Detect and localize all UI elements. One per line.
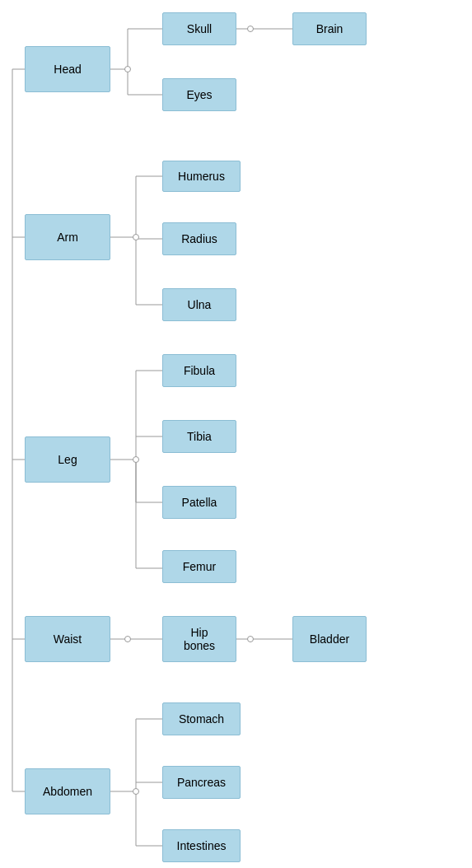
waist-connector-dot [124, 636, 131, 642]
node-abdomen[interactable]: Abdomen [25, 768, 110, 814]
node-stomach[interactable]: Stomach [162, 702, 241, 735]
node-fibula[interactable]: Fibula [162, 354, 236, 387]
node-patella[interactable]: Patella [162, 486, 236, 519]
diagram: Head Skull Brain Eyes Arm Humerus Radius… [0, 0, 472, 868]
node-hipbones[interactable]: Hip bones [162, 616, 236, 662]
node-femur[interactable]: Femur [162, 550, 236, 583]
node-skull[interactable]: Skull [162, 12, 236, 45]
node-ulna[interactable]: Ulna [162, 288, 236, 321]
node-head[interactable]: Head [25, 46, 110, 92]
node-radius[interactable]: Radius [162, 222, 236, 255]
node-brain[interactable]: Brain [292, 12, 367, 45]
node-humerus[interactable]: Humerus [162, 161, 241, 192]
head-connector-dot [124, 66, 131, 72]
node-intestines[interactable]: Intestines [162, 829, 241, 862]
node-arm[interactable]: Arm [25, 214, 110, 260]
arm-connector-dot [133, 234, 139, 240]
node-leg[interactable]: Leg [25, 436, 110, 483]
node-tibia[interactable]: Tibia [162, 420, 236, 453]
abdomen-connector-dot [133, 788, 139, 795]
node-waist[interactable]: Waist [25, 616, 110, 662]
hipbones-bladder-dot [247, 636, 254, 642]
skull-brain-dot [247, 26, 254, 32]
node-eyes[interactable]: Eyes [162, 78, 236, 111]
node-pancreas[interactable]: Pancreas [162, 766, 241, 799]
leg-connector-dot [133, 456, 139, 463]
node-bladder[interactable]: Bladder [292, 616, 367, 662]
